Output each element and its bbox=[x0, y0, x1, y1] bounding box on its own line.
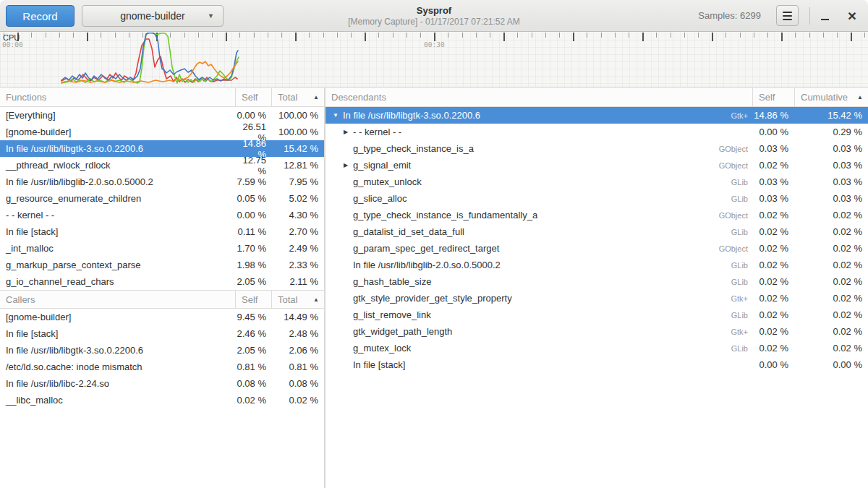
self-percent: 0.02 % bbox=[752, 260, 794, 270]
self-percent: 0.00 % bbox=[235, 110, 271, 121]
callers-table-header: Callers Self Total ▲ bbox=[0, 290, 324, 309]
table-row[interactable]: g_io_channel_read_chars2.05 %2.11 % bbox=[0, 273, 324, 290]
menu-button[interactable] bbox=[776, 5, 799, 26]
descendant-name: g_mutex_lock bbox=[353, 343, 411, 354]
table-row[interactable]: In file /usr/lib/libglib-2.0.so.0.5000.2… bbox=[0, 174, 324, 190]
table-row[interactable]: [gnome-builder]26.51 %100.00 % bbox=[0, 124, 324, 140]
tree-row[interactable]: g_mutex_unlockGLib0.03 %0.03 % bbox=[326, 174, 868, 190]
callers-total-column-header[interactable]: Total ▲ bbox=[271, 290, 324, 309]
table-row[interactable]: In file [stack]0.11 %2.70 % bbox=[0, 223, 324, 240]
descendants-self-column-header[interactable]: Self bbox=[752, 88, 794, 107]
expander-open-icon[interactable]: ▼ bbox=[331, 112, 340, 119]
library-badge: GLib bbox=[731, 228, 752, 236]
tree-cell: g_type_check_instance_is_aGObject bbox=[326, 143, 752, 154]
library-badge: GLib bbox=[731, 261, 752, 270]
table-row[interactable]: In file /usr/lib/libgtk-3.so.0.2200.62.0… bbox=[0, 342, 324, 359]
callers-column-header[interactable]: Callers bbox=[0, 294, 235, 305]
functions-column-header[interactable]: Functions bbox=[0, 92, 235, 103]
table-row[interactable]: __libc_malloc0.02 %0.02 % bbox=[0, 392, 324, 408]
descendant-name: In file /usr/lib/libgtk-3.so.0.2200.6 bbox=[343, 110, 480, 121]
tree-row[interactable]: ▼In file /usr/lib/libgtk-3.so.0.2200.6Gt… bbox=[326, 107, 868, 124]
descendant-name: g_list_remove_link bbox=[353, 309, 431, 320]
cpu-usage-graph[interactable]: CPU 00:00 00:30 bbox=[0, 33, 868, 87]
library-badge: Gtk+ bbox=[731, 328, 752, 336]
tree-row[interactable]: gtk_style_provider_get_style_propertyGtk… bbox=[326, 290, 868, 307]
tree-cell: ▶- - kernel - - bbox=[326, 127, 752, 137]
total-percent: 7.95 % bbox=[271, 176, 324, 187]
self-percent: 0.02 % bbox=[752, 160, 794, 171]
self-percent: 0.03 % bbox=[752, 176, 794, 187]
functions-self-column-header[interactable]: Self bbox=[235, 88, 271, 107]
tree-row[interactable]: g_hash_table_sizeGLib0.02 %0.02 % bbox=[326, 273, 868, 290]
total-percent: 14.49 % bbox=[271, 312, 324, 322]
tree-row[interactable]: In file /usr/lib/libglib-2.0.so.0.5000.2… bbox=[326, 257, 868, 273]
function-name: In file /usr/lib/libglib-2.0.so.0.5000.2 bbox=[0, 176, 235, 187]
self-percent: 0.02 % bbox=[752, 276, 794, 287]
self-percent: 0.05 % bbox=[235, 193, 271, 204]
minimize-icon bbox=[821, 19, 829, 20]
descendants-cumulative-column-header[interactable]: Cumulative ▲ bbox=[794, 88, 868, 107]
descendant-name: g_type_check_instance_is_a bbox=[353, 143, 474, 154]
functions-total-column-header[interactable]: Total ▲ bbox=[271, 88, 324, 107]
cumulative-percent: 0.02 % bbox=[794, 260, 868, 270]
tree-row[interactable]: In file [stack]0.00 %0.00 % bbox=[326, 356, 868, 373]
functions-table: [Everything]0.00 %100.00 %[gnome-builder… bbox=[0, 107, 324, 290]
self-percent: 0.02 % bbox=[752, 226, 794, 237]
function-name: [Everything] bbox=[0, 110, 235, 121]
function-name: [gnome-builder] bbox=[0, 312, 235, 322]
function-name: g_resource_enumerate_children bbox=[0, 193, 235, 204]
chevron-down-icon: ▼ bbox=[208, 12, 214, 20]
descendants-column-header[interactable]: Descendants bbox=[326, 92, 752, 103]
cumulative-percent: 0.02 % bbox=[794, 243, 868, 254]
table-row[interactable]: /etc/ld.so.cache: inode mismatch0.81 %0.… bbox=[0, 359, 324, 375]
table-row[interactable]: In file /usr/lib/libgtk-3.so.0.2200.614.… bbox=[0, 140, 324, 157]
close-button[interactable]: ✕ bbox=[843, 7, 861, 25]
cumulative-percent: 15.42 % bbox=[794, 110, 868, 121]
self-percent: 0.00 % bbox=[752, 127, 794, 137]
table-row[interactable]: In file /usr/lib/libc-2.24.so0.08 %0.08 … bbox=[0, 375, 324, 392]
main-content: Functions Self Total ▲ [Everything]0.00 … bbox=[0, 88, 868, 488]
function-name: In file /usr/lib/libgtk-3.so.0.2200.6 bbox=[0, 345, 235, 356]
tree-row[interactable]: g_param_spec_get_redirect_targetGObject0… bbox=[326, 240, 868, 257]
total-percent: 4.30 % bbox=[271, 210, 324, 221]
table-row[interactable]: - - kernel - -0.00 %4.30 % bbox=[0, 207, 324, 223]
minimize-button[interactable] bbox=[816, 7, 833, 25]
tree-row[interactable]: ▶- - kernel - -0.00 %0.29 % bbox=[326, 124, 868, 140]
descendant-name: - - kernel - - bbox=[353, 127, 401, 137]
tree-row[interactable]: g_datalist_id_set_data_fullGLib0.02 %0.0… bbox=[326, 223, 868, 240]
self-percent: 0.02 % bbox=[752, 326, 794, 337]
table-row[interactable]: __pthread_rwlock_rdlock12.75 %12.81 % bbox=[0, 157, 324, 174]
process-selector-dropdown[interactable]: gnome-builder ▼ bbox=[82, 5, 224, 27]
total-percent: 0.81 % bbox=[271, 361, 324, 372]
tree-row[interactable]: gtk_widget_path_lengthGtk+0.02 %0.02 % bbox=[326, 323, 868, 340]
tree-row[interactable]: g_type_check_instance_is_aGObject0.03 %0… bbox=[326, 140, 868, 157]
self-percent: 0.08 % bbox=[235, 378, 271, 389]
expander-closed-icon[interactable]: ▶ bbox=[341, 162, 350, 168]
total-percent: 0.08 % bbox=[271, 378, 324, 389]
self-percent: 0.03 % bbox=[752, 193, 794, 204]
callers-self-column-header[interactable]: Self bbox=[235, 290, 271, 309]
table-row[interactable]: g_markup_parse_context_parse1.98 %2.33 % bbox=[0, 257, 324, 273]
hamburger-menu-icon bbox=[783, 12, 792, 20]
tree-row[interactable]: g_slice_allocGLib0.03 %0.03 % bbox=[326, 190, 868, 207]
table-row[interactable]: [Everything]0.00 %100.00 % bbox=[0, 107, 324, 124]
table-row[interactable]: [gnome-builder]9.45 %14.49 % bbox=[0, 309, 324, 325]
function-name: - - kernel - - bbox=[0, 210, 235, 221]
cumulative-percent: 0.02 % bbox=[794, 309, 868, 320]
tree-row[interactable]: ▶g_signal_emitGObject0.02 %0.03 % bbox=[326, 157, 868, 174]
cumulative-percent: 0.29 % bbox=[794, 127, 868, 137]
table-row[interactable]: g_resource_enumerate_children0.05 %5.02 … bbox=[0, 190, 324, 207]
tree-cell: ▶g_signal_emitGObject bbox=[326, 160, 752, 171]
tree-row[interactable]: g_list_remove_linkGLib0.02 %0.02 % bbox=[326, 307, 868, 323]
table-row[interactable]: _int_malloc1.70 %2.49 % bbox=[0, 240, 324, 257]
self-percent: 14.86 % bbox=[752, 110, 794, 121]
table-row[interactable]: In file [stack]2.46 %2.48 % bbox=[0, 325, 324, 342]
record-button[interactable]: Record bbox=[6, 5, 75, 27]
descendant-name: g_type_check_instance_is_fundamentally_a bbox=[353, 210, 537, 221]
sysprof-window: Record gnome-builder ▼ Sysprof [Memory C… bbox=[0, 0, 868, 488]
expander-closed-icon[interactable]: ▶ bbox=[341, 129, 350, 135]
tree-row[interactable]: g_type_check_instance_is_fundamentally_a… bbox=[326, 207, 868, 223]
tree-row[interactable]: g_mutex_lockGLib0.02 %0.02 % bbox=[326, 340, 868, 356]
descendant-name: g_datalist_id_set_data_full bbox=[353, 226, 464, 237]
descendant-name: g_signal_emit bbox=[353, 160, 411, 171]
